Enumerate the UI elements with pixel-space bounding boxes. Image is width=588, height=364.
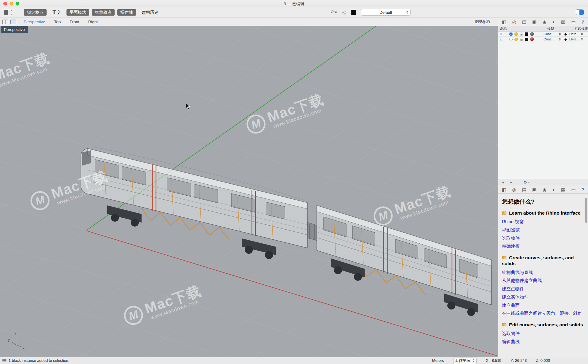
- axis-label-y: y: [8, 338, 10, 342]
- status-right-group: Meters 工作平面 X: -8.519 Y: 26.243 Z: 0.000: [432, 358, 586, 364]
- display-icon[interactable]: ▣: [532, 187, 537, 192]
- properties-icon[interactable]: ◎: [512, 20, 516, 24]
- chevron-down-icon: [528, 182, 530, 183]
- monitor-icon[interactable]: ▭: [571, 187, 575, 192]
- camera-icon[interactable]: ◉: [542, 20, 546, 24]
- materials-icon[interactable]: ◐: [552, 20, 555, 24]
- layer-linetype[interactable]: Conti...: [544, 32, 558, 36]
- help-panel: 您想做什么? Learn about the Rhino interface R…: [498, 194, 588, 357]
- viewport-title-badge[interactable]: Perspective: [1, 26, 28, 33]
- right-panel-toggle-icon[interactable]: [576, 9, 584, 15]
- units-button[interactable]: Meters: [432, 358, 444, 363]
- camera-icon[interactable]: ◉: [542, 187, 546, 192]
- help-link[interactable]: 编辑曲线: [502, 338, 584, 346]
- delete-layer-button[interactable]: −: [509, 180, 514, 185]
- toolbar-button-smarttrack[interactable]: 智慧轨迹: [92, 9, 115, 16]
- stepper-icon: [406, 11, 409, 14]
- viewport-tab-top[interactable]: Top: [50, 19, 65, 25]
- key-icon[interactable]: [330, 9, 338, 15]
- coord-y[interactable]: Y: 26.243: [510, 358, 527, 363]
- notes-icon[interactable]: ▤: [522, 187, 526, 192]
- sidebar-toggle-icon[interactable]: [4, 10, 12, 15]
- record-icon[interactable]: ◎: [342, 10, 347, 15]
- layer-lock-icon[interactable]: [519, 38, 524, 41]
- layer-visibility-bulb-icon[interactable]: [514, 32, 518, 36]
- stepper-icon[interactable]: [558, 38, 561, 41]
- viewport-canvas[interactable]: z y x M Mac下载www.Macdown.com M Mac下载www.…: [0, 26, 498, 357]
- add-layer-button[interactable]: +: [501, 180, 506, 185]
- column-header-linetype[interactable]: 线型: [547, 27, 554, 31]
- sheets-icon[interactable]: ▦: [561, 20, 565, 24]
- coord-x[interactable]: X: -8.519: [486, 358, 502, 363]
- layers-list: D... Conti... ◆ Defa... L...: [498, 32, 588, 42]
- four-view-icon[interactable]: [2, 20, 8, 24]
- stepper-icon[interactable]: [580, 38, 583, 41]
- current-layer-radio[interactable]: [509, 38, 513, 41]
- toolbar-button-history[interactable]: 建构历史: [139, 9, 161, 16]
- layer-linetype[interactable]: Conti...: [544, 37, 558, 41]
- help-link[interactable]: 视图巡览: [502, 226, 584, 234]
- coord-z[interactable]: Z: 0.000: [536, 358, 550, 363]
- axis-label-x: x: [23, 347, 25, 350]
- print-color-icon[interactable]: ◆: [563, 37, 568, 41]
- toolbar-button-grid-snap[interactable]: 锁定格点: [24, 9, 47, 16]
- viewport-tab-right[interactable]: Right: [84, 19, 102, 25]
- current-layer-radio[interactable]: [509, 32, 513, 36]
- help-icon[interactable]: ?: [582, 187, 584, 192]
- help-link[interactable]: 精确建模: [502, 242, 584, 250]
- layer-color-swatch[interactable]: [525, 38, 528, 41]
- help-link[interactable]: 建立曲面: [502, 301, 584, 310]
- layer-visibility-bulb-icon[interactable]: [514, 38, 518, 41]
- column-header-print-width[interactable]: 打印线宽: [575, 27, 588, 31]
- layer-row-layer01[interactable]: L... Conti... ◆ Defa...: [498, 37, 588, 42]
- viewport-tab-front[interactable]: Front: [65, 19, 84, 25]
- display-mode-value: Default: [379, 10, 392, 15]
- active-color-swatch[interactable]: [351, 10, 356, 15]
- toolbar-button-planar[interactable]: 平面模式: [66, 9, 89, 16]
- display-icon[interactable]: ▣: [532, 20, 537, 24]
- layers-footer: + − ⚙: [498, 179, 588, 186]
- layer-material-icon[interactable]: [530, 37, 534, 41]
- toolbar-button-gumball[interactable]: 操作轴: [117, 9, 136, 16]
- layer-color-swatch[interactable]: [525, 32, 528, 36]
- layers-icon[interactable]: ◧: [502, 187, 506, 192]
- help-link[interactable]: Rhino 视窗: [502, 218, 584, 226]
- layers-icon[interactable]: ◧: [502, 20, 506, 24]
- layer-row-default[interactable]: D... Conti... ◆ Defa...: [498, 32, 588, 37]
- display-mode-select[interactable]: Default: [361, 9, 411, 16]
- stepper-icon[interactable]: [558, 32, 561, 36]
- help-link[interactable]: 选取物件: [502, 329, 584, 338]
- axis-label-z: z: [14, 332, 16, 336]
- help-link[interactable]: 建立点物件: [502, 285, 584, 293]
- layer-lock-icon[interactable]: [519, 32, 524, 36]
- sheets-icon[interactable]: ▦: [561, 187, 565, 192]
- viewport-tab-perspective[interactable]: Perspective: [19, 19, 50, 25]
- materials-icon[interactable]: ◐: [552, 187, 555, 192]
- layer-options-menu[interactable]: ⚙: [523, 180, 530, 185]
- properties-icon[interactable]: ◎: [512, 187, 516, 192]
- viewport-drawing: z y x: [0, 26, 498, 357]
- help-icon[interactable]: ?: [582, 20, 584, 24]
- monitor-icon[interactable]: ▭: [571, 20, 575, 24]
- cplane-selector[interactable]: 工作平面: [453, 358, 477, 364]
- single-view-icon[interactable]: [10, 20, 16, 24]
- notes-icon[interactable]: ▤: [522, 20, 526, 24]
- layout-config-button[interactable]: 图纸配置...: [475, 19, 494, 24]
- help-section-heading: Learn about the Rhino interface: [502, 210, 584, 216]
- stepper-icon[interactable]: [580, 32, 583, 36]
- scrollbar-thumb[interactable]: [585, 198, 587, 223]
- toolbar-button-ortho[interactable]: 正交: [49, 9, 64, 16]
- layer-print-width[interactable]: Defa...: [569, 37, 580, 41]
- help-link[interactable]: 选取物件: [502, 234, 584, 242]
- layer-print-width[interactable]: Defa...: [569, 32, 580, 36]
- train-car-2: [317, 205, 491, 316]
- column-header-name[interactable]: 名称: [500, 27, 507, 31]
- print-color-icon[interactable]: ◆: [563, 32, 568, 36]
- layer-material-icon[interactable]: [530, 32, 534, 36]
- right-panel: ◧ ◎ ▤ ▣ ◉ ◐ ▦ ▭ ? 名称 线型 打印线宽 D...: [498, 18, 588, 357]
- command-history-icon[interactable]: [2, 359, 6, 362]
- help-link[interactable]: 绘制曲线与直线: [502, 268, 584, 277]
- help-link[interactable]: 从其他物件建立曲线: [502, 276, 584, 285]
- help-link[interactable]: 建立实体物件: [502, 293, 584, 301]
- help-link[interactable]: 在曲线或曲面之间建立圆角、混接、斜角: [502, 309, 584, 317]
